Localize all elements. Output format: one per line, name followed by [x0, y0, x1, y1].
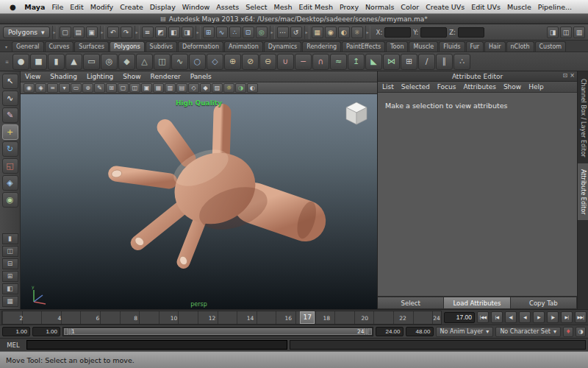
bevel-icon[interactable]: ◣ — [365, 54, 382, 70]
construction-history-icon[interactable]: ↺ — [290, 26, 302, 38]
select-tool[interactable]: ↖ — [2, 74, 18, 89]
section-divider[interactable]: ▸ — [270, 26, 275, 39]
menu-assets[interactable]: Assets — [213, 3, 243, 11]
split-polygon-icon[interactable]: ∕ — [418, 54, 435, 70]
select-hierarchy-icon[interactable]: ≡ — [142, 26, 154, 38]
poly-helix-icon[interactable]: ∿ — [171, 54, 188, 70]
current-time-field[interactable] — [444, 312, 475, 323]
close-panel-icon[interactable]: × — [570, 72, 575, 79]
current-frame-marker[interactable]: 17 — [300, 311, 315, 324]
coordinate-x-input[interactable] — [384, 27, 411, 38]
menu-mesh[interactable]: Mesh — [270, 3, 295, 11]
menu-edit-uvs[interactable]: Edit UVs — [468, 3, 504, 11]
scale-tool[interactable]: ◱ — [2, 158, 18, 174]
shelf-tab-subdivs[interactable]: Subdivs — [146, 41, 177, 52]
viewport-menu-lighting[interactable]: Lighting — [87, 73, 113, 80]
viewport-menu-shading[interactable]: Shading — [50, 73, 77, 80]
select-component-icon[interactable]: ◧ — [168, 26, 180, 38]
separate-icon[interactable]: ⊘ — [242, 54, 259, 70]
shelf-tab-toon[interactable]: Toon — [386, 41, 408, 52]
anim-layer-selector[interactable]: No Anim Layer ▾ — [436, 327, 494, 337]
shelf-tab-animation[interactable]: Animation — [224, 41, 263, 52]
viewport-3d-view[interactable]: High Quality y persp — [21, 94, 377, 309]
go-to-start-button[interactable]: |◀◀ — [477, 311, 489, 323]
playback-range-bar[interactable]: 1 24 — [64, 328, 372, 335]
grease-pencil-icon[interactable]: ✎ — [94, 83, 105, 93]
bookmarks-icon[interactable]: ▾ — [59, 83, 70, 93]
view-cube[interactable] — [342, 99, 371, 128]
menu-window[interactable]: Window — [179, 3, 212, 11]
safe-title-icon[interactable]: ▤ — [176, 83, 187, 93]
animation-start-field[interactable] — [2, 327, 30, 336]
shelf-tab-curves[interactable]: Curves — [45, 41, 74, 52]
command-line-language-toggle[interactable]: MEL — [2, 342, 24, 349]
lock-camera-icon[interactable]: ◈ — [35, 83, 46, 93]
platonic-solids-icon[interactable]: ◇ — [207, 54, 223, 70]
shelf-tab-polygons[interactable]: Polygons — [110, 41, 145, 52]
menu-edit[interactable]: Edit — [67, 3, 87, 11]
poly-sphere-icon[interactable]: ● — [12, 54, 29, 70]
viewport-menu-show[interactable]: Show — [123, 73, 140, 80]
poly-cube-icon[interactable]: ■ — [30, 54, 47, 70]
paint-select-tool[interactable]: ✎ — [2, 107, 18, 123]
layout-two-panes-side-button[interactable]: ◫ — [2, 246, 18, 257]
shelf-tab-deformation[interactable]: Deformation — [178, 41, 223, 52]
open-render-view-icon[interactable]: ▦ — [312, 26, 323, 38]
new-scene-icon[interactable]: ▢ — [60, 26, 71, 38]
safe-action-icon[interactable]: ▥ — [165, 83, 176, 93]
snap-to-curve-icon[interactable]: ∿ — [216, 26, 228, 38]
show-channel-box-icon[interactable]: ▥ — [573, 26, 585, 38]
poly-cone-icon[interactable]: ▲ — [65, 54, 82, 70]
menu-pipeline[interactable]: Pipeline... — [534, 3, 575, 11]
viewport-menu-view[interactable]: View — [25, 73, 40, 80]
insert-edge-loop-icon[interactable]: ∥ — [436, 54, 453, 70]
section-divider[interactable]: ▸ — [196, 26, 201, 39]
lights-icon[interactable]: ☼ — [223, 83, 234, 93]
camera-attributes-icon[interactable]: ≡ — [47, 83, 58, 93]
mel-command-input[interactable] — [26, 340, 287, 350]
section-divider[interactable]: ▸ — [100, 26, 105, 39]
animation-end-field[interactable] — [406, 327, 434, 336]
film-gate-icon[interactable]: ▢ — [118, 83, 129, 93]
image-plane-icon[interactable]: ▭ — [71, 83, 82, 93]
section-divider[interactable]: ▸ — [365, 26, 370, 39]
ae-menu-focus[interactable]: Focus — [437, 83, 456, 91]
step-forward-frame-button[interactable]: ▶| — [561, 311, 573, 323]
resolution-gate-icon[interactable]: ◫ — [129, 83, 140, 93]
menu-proxy[interactable]: Proxy — [336, 3, 362, 11]
layout-hypershade-button[interactable]: ▦ — [2, 296, 18, 307]
range-end-grip[interactable] — [365, 328, 368, 335]
go-to-end-button[interactable]: ▶▶| — [575, 311, 587, 323]
ae-menu-list[interactable]: List — [382, 83, 394, 91]
soft-modification-tool[interactable]: ◉ — [2, 192, 18, 208]
menu-maya[interactable]: Maya — [21, 3, 49, 11]
layout-single-pane-button[interactable]: ▮ — [2, 233, 18, 244]
shelf-tab-general[interactable]: General — [12, 41, 44, 52]
ae-menu-attributes[interactable]: Attributes — [463, 83, 495, 91]
menu-color[interactable]: Color — [398, 3, 423, 11]
highlight-selection-icon[interactable]: ◨ — [182, 26, 193, 38]
boolean-union-icon[interactable]: ∪ — [277, 54, 294, 70]
shelf-tab-muscle[interactable]: Muscle — [409, 41, 438, 52]
shelf-menu-icon[interactable]: ≡ — [2, 57, 12, 67]
undo-icon[interactable]: ↶ — [107, 26, 119, 38]
show-attribute-editor-icon[interactable]: ◨ — [547, 26, 559, 38]
render-current-frame-icon[interactable]: ◉ — [325, 26, 337, 38]
merge-vertices-icon[interactable]: ∴ — [453, 54, 470, 70]
shelf-tab-rendering[interactable]: Rendering — [302, 41, 341, 52]
poly-plane-icon[interactable]: ▭ — [83, 54, 100, 70]
extrude-icon[interactable]: ↥ — [348, 54, 365, 70]
open-scene-icon[interactable]: ▤ — [73, 26, 85, 38]
menu-edit-mesh[interactable]: Edit Mesh — [295, 3, 336, 11]
universal-manipulator-tool[interactable]: ◈ — [2, 175, 18, 191]
rotate-tool[interactable]: ↻ — [2, 141, 18, 157]
ae-menu-selected[interactable]: Selected — [401, 83, 430, 91]
undock-panel-icon[interactable]: ⊡ — [563, 72, 568, 79]
copy-tab-button[interactable]: Copy Tab — [511, 297, 577, 309]
layout-two-panes-stacked-button[interactable]: ⊟ — [2, 258, 18, 269]
poly-torus-icon[interactable]: ◎ — [101, 54, 118, 70]
ipr-render-icon[interactable]: ◐ — [338, 26, 350, 38]
smooth-icon[interactable]: ≈ — [330, 54, 347, 70]
hand-model[interactable] — [21, 94, 377, 309]
tab-attribute-editor[interactable]: Attribute Editor — [578, 163, 588, 221]
